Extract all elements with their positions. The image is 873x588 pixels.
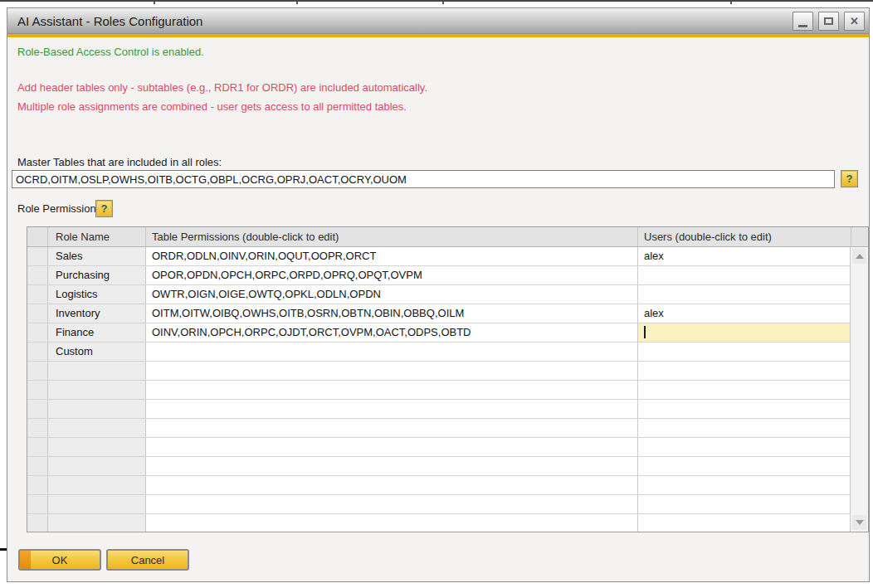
scroll-down-icon	[856, 520, 864, 525]
users-cell[interactable]	[638, 495, 851, 513]
table-permissions-cell[interactable]	[146, 495, 638, 513]
role-name-cell[interactable]	[48, 419, 146, 437]
row-selector-cell[interactable]	[27, 400, 48, 418]
table-row[interactable]	[27, 400, 851, 419]
row-selector-cell[interactable]	[27, 438, 48, 456]
role-name-cell[interactable]	[48, 381, 146, 399]
scroll-down-button[interactable]	[852, 515, 866, 530]
role-name-cell[interactable]	[48, 495, 146, 513]
screen-top-tick	[442, 2, 444, 4]
role-name-cell[interactable]: Inventory	[48, 304, 146, 323]
table-row[interactable]	[27, 457, 851, 476]
users-cell[interactable]: alex	[638, 247, 851, 265]
ok-button[interactable]: OK	[18, 549, 101, 571]
row-selector-cell[interactable]	[27, 266, 48, 284]
row-selector-cell[interactable]	[27, 323, 48, 342]
table-scrollbar[interactable]	[850, 247, 868, 532]
table-row[interactable]	[27, 514, 851, 532]
role-name-cell[interactable]: Sales	[48, 247, 146, 265]
users-cell[interactable]	[638, 343, 851, 361]
table-permissions-cell[interactable]: OITM,OITW,OIBQ,OWHS,OITB,OSRN,OBTN,OBIN,…	[146, 304, 638, 323]
table-permissions-cell[interactable]	[146, 400, 638, 418]
cancel-button[interactable]: Cancel	[106, 549, 189, 571]
row-selector-cell[interactable]	[27, 476, 48, 494]
table-permissions-cell[interactable]: OPOR,OPDN,OPCH,ORPC,ORPD,OPRQ,OPQT,OVPM	[146, 266, 638, 284]
table-row[interactable]: Custom	[27, 343, 851, 362]
table-permissions-cell[interactable]	[146, 362, 638, 380]
header-stub	[851, 227, 868, 246]
table-row[interactable]: InventoryOITM,OITW,OIBQ,OWHS,OITB,OSRN,O…	[27, 304, 851, 323]
role-name-cell[interactable]	[48, 514, 146, 532]
users-cell[interactable]	[638, 362, 851, 380]
role-name-cell[interactable]	[48, 476, 146, 494]
close-button[interactable]: ✕	[844, 12, 865, 31]
users-cell[interactable]	[638, 285, 851, 304]
role-name-cell[interactable]: Custom	[48, 343, 146, 361]
screen-top-edge-line	[0, 0, 873, 2]
header-table-permissions: Table Permissions (double-click to edit)	[146, 227, 638, 246]
row-selector-cell[interactable]	[27, 304, 48, 323]
role-name-cell[interactable]	[48, 362, 146, 380]
users-cell[interactable]: alex	[638, 304, 851, 323]
screen-top-tick	[154, 2, 155, 4]
table-permissions-cell[interactable]	[146, 514, 638, 532]
table-row[interactable]	[27, 476, 851, 495]
header-users: Users (double-click to edit)	[638, 227, 851, 246]
users-cell[interactable]	[638, 266, 851, 284]
users-cell[interactable]	[638, 381, 851, 399]
users-cell[interactable]	[638, 323, 851, 342]
row-selector-cell[interactable]	[27, 285, 48, 304]
table-row[interactable]	[27, 381, 851, 400]
table-permissions-cell[interactable]	[146, 381, 638, 399]
screen-left-edge-line	[0, 548, 7, 551]
row-selector-cell[interactable]	[27, 381, 48, 399]
users-cell[interactable]	[638, 514, 851, 532]
maximize-button[interactable]	[818, 12, 839, 31]
role-name-cell[interactable]: Purchasing	[48, 266, 146, 284]
row-selector-cell[interactable]	[27, 247, 48, 265]
role-name-cell[interactable]	[48, 400, 146, 418]
table-row[interactable]	[27, 362, 851, 381]
row-selector-cell[interactable]	[27, 419, 48, 437]
table-row[interactable]	[27, 419, 851, 438]
row-selector-cell[interactable]	[27, 495, 48, 513]
master-tables-help-button[interactable]: ?	[841, 170, 858, 187]
table-permissions-cell[interactable]: OWTR,OIGN,OIGE,OWTQ,OPKL,ODLN,OPDN	[146, 285, 638, 304]
row-selector-cell[interactable]	[27, 362, 48, 380]
roles-table-body: SalesORDR,ODLN,OINV,ORIN,OQUT,OOPR,ORCTa…	[27, 247, 851, 532]
table-row[interactable]	[27, 495, 851, 514]
table-permissions-cell[interactable]	[146, 343, 638, 361]
table-permissions-cell[interactable]	[146, 457, 638, 475]
users-cell[interactable]	[638, 457, 851, 475]
users-cell[interactable]	[638, 476, 851, 494]
role-permissions-help-button[interactable]: ?	[95, 200, 113, 217]
row-selector-cell[interactable]	[27, 514, 48, 532]
table-permissions-cell[interactable]: OINV,ORIN,OPCH,ORPC,OJDT,ORCT,OVPM,OACT,…	[146, 323, 638, 342]
scroll-up-button[interactable]	[852, 249, 866, 264]
minimize-button[interactable]	[793, 12, 813, 31]
users-cell[interactable]	[638, 419, 851, 437]
table-row[interactable]: FinanceOINV,ORIN,OPCH,ORPC,OJDT,ORCT,OVP…	[27, 323, 851, 343]
window-title: AI Assistant - Roles Configuration	[17, 14, 202, 28]
master-tables-input[interactable]	[12, 170, 835, 188]
table-row[interactable]: PurchasingOPOR,OPDN,OPCH,ORPC,ORPD,OPRQ,…	[27, 266, 851, 285]
scroll-up-icon	[856, 254, 864, 259]
title-bar[interactable]: AI Assistant - Roles Configuration ✕	[7, 8, 869, 34]
table-permissions-cell[interactable]	[146, 476, 638, 494]
row-selector-cell[interactable]	[27, 457, 48, 475]
screen-top-tick	[296, 2, 298, 4]
table-row[interactable]: LogisticsOWTR,OIGN,OIGE,OWTQ,OPKL,ODLN,O…	[27, 285, 851, 304]
role-name-cell[interactable]	[48, 438, 146, 456]
table-row[interactable]: SalesORDR,ODLN,OINV,ORIN,OQUT,OOPR,ORCTa…	[27, 247, 851, 266]
role-name-cell[interactable]: Finance	[48, 323, 146, 342]
table-permissions-cell[interactable]	[146, 438, 638, 456]
table-permissions-cell[interactable]	[146, 419, 638, 437]
table-row[interactable]	[27, 438, 851, 457]
users-cell[interactable]	[638, 400, 851, 418]
role-name-cell[interactable]: Logistics	[48, 285, 146, 304]
row-selector-cell[interactable]	[27, 343, 48, 361]
table-permissions-cell[interactable]: ORDR,ODLN,OINV,ORIN,OQUT,OOPR,ORCT	[146, 247, 638, 265]
role-name-cell[interactable]	[48, 457, 146, 475]
warning-message-1: Add header tables only - subtables (e.g.…	[17, 81, 427, 94]
users-cell[interactable]	[638, 438, 851, 456]
